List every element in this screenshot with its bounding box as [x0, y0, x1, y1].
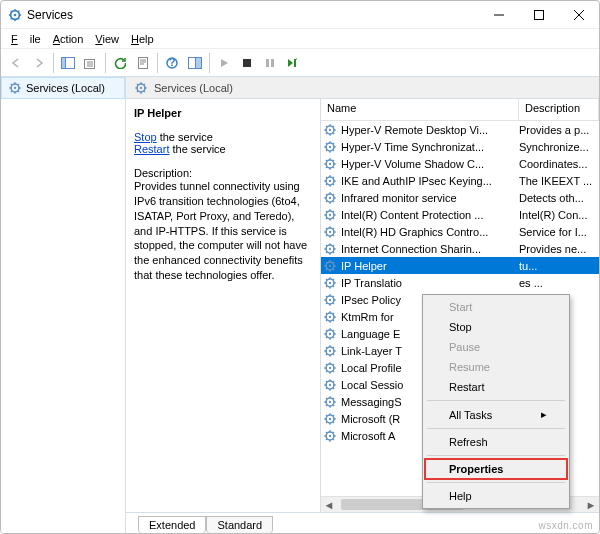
- service-row[interactable]: Hyper-V Remote Desktop Vi...Provides a p…: [321, 121, 599, 138]
- svg-rect-10: [196, 57, 202, 68]
- menu-item-stop[interactable]: Stop: [425, 317, 567, 337]
- svg-text:?: ?: [169, 57, 176, 68]
- refresh-button[interactable]: [109, 52, 131, 74]
- menu-file[interactable]: File: [5, 31, 47, 47]
- stop-service-button[interactable]: [236, 52, 258, 74]
- service-row[interactable]: Intel(R) HD Graphics Contro...Service fo…: [321, 223, 599, 240]
- toolbar-separator: [157, 53, 158, 73]
- svg-point-28: [329, 196, 331, 198]
- close-button[interactable]: [559, 1, 599, 29]
- menu-action[interactable]: Action: [47, 31, 90, 47]
- service-actions: Stop the service Restart the service: [134, 131, 312, 155]
- svg-rect-13: [271, 59, 274, 67]
- svg-point-42: [329, 315, 331, 317]
- toolbar: ?: [1, 49, 599, 77]
- menu-item-all-tasks[interactable]: All Tasks▸: [425, 404, 567, 425]
- service-row[interactable]: Intel(R) Content Protection ...Intel(R) …: [321, 206, 599, 223]
- minimize-button[interactable]: [479, 1, 519, 29]
- menubar: File Action View Help: [1, 29, 599, 49]
- nav-forward-button[interactable]: [28, 52, 50, 74]
- export-list-button[interactable]: [80, 52, 102, 74]
- menu-item-refresh[interactable]: Refresh: [425, 432, 567, 452]
- svg-point-38: [329, 281, 331, 283]
- menu-item-pause[interactable]: Pause: [425, 337, 567, 357]
- column-headers: Name Description: [321, 99, 599, 121]
- service-row[interactable]: IP Helpertu...: [321, 257, 599, 274]
- menu-view[interactable]: View: [89, 31, 125, 47]
- service-row[interactable]: Hyper-V Time Synchronizat...Synchronize.…: [321, 138, 599, 155]
- console-tree[interactable]: Services (Local): [1, 77, 126, 533]
- gear-icon: [323, 259, 339, 273]
- scroll-right-arrow[interactable]: ►: [583, 497, 599, 513]
- svg-rect-14: [294, 59, 296, 67]
- show-hide-tree-button[interactable]: [57, 52, 79, 74]
- menu-item-resume[interactable]: Resume: [425, 357, 567, 377]
- service-title: IP Helper: [134, 107, 312, 119]
- tree-node-services-local[interactable]: Services (Local): [1, 77, 125, 99]
- maximize-button[interactable]: [519, 1, 559, 29]
- svg-rect-4: [62, 57, 66, 68]
- menu-help[interactable]: Help: [125, 31, 160, 47]
- service-row[interactable]: IKE and AuthIP IPsec Keying...The IKEEXT…: [321, 172, 599, 189]
- services-app-icon: [7, 7, 23, 23]
- gear-icon: [323, 276, 339, 290]
- menu-item-start[interactable]: Start: [425, 297, 567, 317]
- stop-link[interactable]: Stop: [134, 131, 157, 143]
- svg-point-52: [329, 400, 331, 402]
- gear-icon: [323, 361, 339, 375]
- service-row[interactable]: Infrared monitor serviceDetects oth...: [321, 189, 599, 206]
- scroll-left-arrow[interactable]: ◄: [321, 497, 337, 513]
- column-description[interactable]: Description: [519, 99, 599, 120]
- service-row[interactable]: Internet Connection Sharin...Provides ne…: [321, 240, 599, 257]
- tree-node-label: Services (Local): [26, 82, 105, 94]
- svg-rect-6: [139, 57, 148, 68]
- show-description-button[interactable]: [184, 52, 206, 74]
- titlebar: Services: [1, 1, 599, 29]
- service-name: Infrared monitor service: [341, 192, 519, 204]
- help-button[interactable]: ?: [161, 52, 183, 74]
- svg-point-40: [329, 298, 331, 300]
- toolbar-separator: [209, 53, 210, 73]
- svg-point-44: [329, 332, 331, 334]
- gear-icon: [323, 412, 339, 426]
- description-label: Description:: [134, 167, 312, 179]
- restart-service-button[interactable]: [282, 52, 304, 74]
- start-service-button[interactable]: [213, 52, 235, 74]
- service-name: Hyper-V Volume Shadow C...: [341, 158, 519, 170]
- service-name: Internet Connection Sharin...: [341, 243, 519, 255]
- menu-separator: [427, 455, 565, 456]
- menu-separator: [427, 400, 565, 401]
- pane-header-label: Services (Local): [154, 82, 233, 94]
- pause-service-button[interactable]: [259, 52, 281, 74]
- column-name[interactable]: Name: [321, 99, 519, 120]
- menu-item-restart[interactable]: Restart: [425, 377, 567, 397]
- gear-icon: [323, 378, 339, 392]
- svg-point-26: [329, 179, 331, 181]
- nav-back-button[interactable]: [5, 52, 27, 74]
- svg-point-1: [14, 13, 17, 16]
- service-name: IKE and AuthIP IPsec Keying...: [341, 175, 519, 187]
- gear-icon: [8, 81, 22, 95]
- svg-point-20: [329, 128, 331, 130]
- menu-item-properties[interactable]: Properties: [425, 459, 567, 479]
- service-detail: IP Helper Stop the service Restart the s…: [126, 99, 321, 512]
- svg-point-34: [329, 247, 331, 249]
- service-name: Hyper-V Time Synchronizat...: [341, 141, 519, 153]
- service-desc: Coordinates...: [519, 158, 599, 170]
- service-row[interactable]: IP Translatioes ...: [321, 274, 599, 291]
- gear-icon: [323, 225, 339, 239]
- properties-button[interactable]: [132, 52, 154, 74]
- tab-standard[interactable]: Standard: [206, 516, 273, 533]
- restart-link[interactable]: Restart: [134, 143, 169, 155]
- tab-extended[interactable]: Extended: [138, 516, 206, 533]
- menu-separator: [427, 482, 565, 483]
- svg-point-30: [329, 213, 331, 215]
- watermark: wsxdn.com: [538, 520, 593, 531]
- service-row[interactable]: Hyper-V Volume Shadow C...Coordinates...: [321, 155, 599, 172]
- service-desc: The IKEEXT ...: [519, 175, 599, 187]
- gear-icon: [323, 123, 339, 137]
- gear-icon: [323, 344, 339, 358]
- menu-item-help[interactable]: Help: [425, 486, 567, 506]
- service-desc: Intel(R) Con...: [519, 209, 599, 221]
- svg-rect-12: [266, 59, 269, 67]
